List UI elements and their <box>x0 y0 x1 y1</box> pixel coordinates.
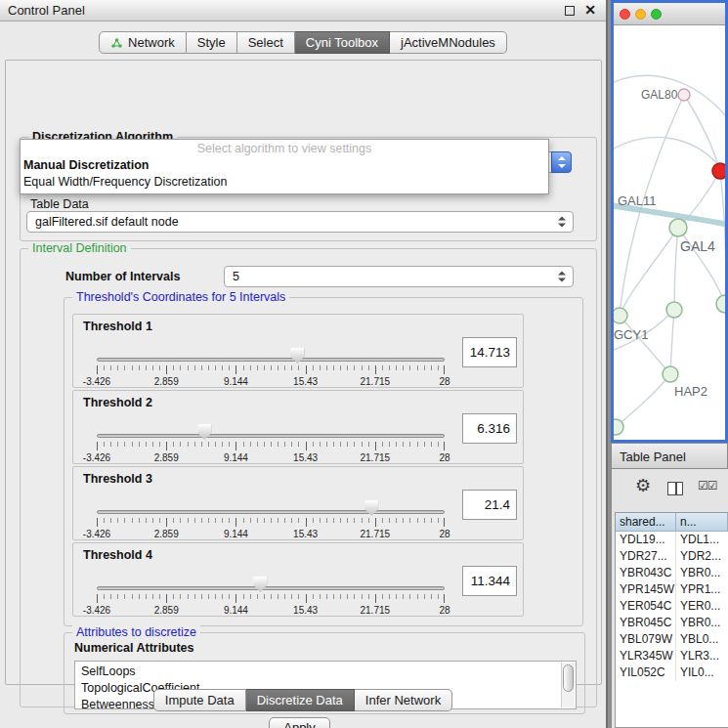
table-cell: YPR1... <box>676 581 728 598</box>
network-edge[interactable] <box>720 171 725 304</box>
table-header-row: shared... n... <box>616 513 728 532</box>
table-row[interactable]: YPR145WYPR1... <box>616 581 728 598</box>
dropdown-option-equal-width[interactable]: Equal Width/Frequency Discretization <box>21 174 548 191</box>
network-edge[interactable] <box>670 310 674 374</box>
slider-track[interactable] <box>97 358 445 362</box>
tick-label: 9.144 <box>224 605 248 616</box>
slider-tick-labels: -3.4262.8599.14415.4321.71528 <box>97 376 445 387</box>
slider-track[interactable] <box>97 510 445 514</box>
combobox-arrows-icon[interactable] <box>551 151 572 173</box>
number-of-intervals-combobox[interactable]: 5 <box>224 266 574 287</box>
network-node-label: HAP2 <box>674 384 707 399</box>
threshold-slider[interactable]: -3.4262.8599.14415.4321.71528 <box>97 543 445 618</box>
tick-label: -3.426 <box>83 452 110 463</box>
apply-button[interactable]: Apply <box>269 717 330 728</box>
slider-track[interactable] <box>97 586 445 590</box>
tab-select[interactable]: Select <box>237 31 295 54</box>
network-node[interactable] <box>678 89 690 101</box>
close-icon[interactable]: ✕ <box>584 2 596 18</box>
table-cell: YBR0... <box>676 615 728 631</box>
minimize-traffic-light-icon[interactable] <box>635 9 646 20</box>
scrollbar-thumb[interactable] <box>563 664 574 692</box>
table-row[interactable]: YER054CYER0... <box>616 598 728 615</box>
tab-cyni-toolbox[interactable]: Cyni Toolbox <box>295 31 390 54</box>
network-edge[interactable] <box>614 205 725 225</box>
network-node-label: GAL4 <box>680 238 715 254</box>
table-data-combobox[interactable]: galFiltered.sif default node <box>26 211 574 233</box>
slider-tick-labels: -3.4262.8599.14415.4321.71528 <box>97 452 445 463</box>
network-node[interactable] <box>666 302 682 318</box>
table-row[interactable]: YBR045CYBR0... <box>616 615 728 631</box>
tab-infer-network[interactable]: Infer Network <box>355 689 452 711</box>
column-header-shared-name[interactable]: shared... <box>616 513 676 532</box>
network-node[interactable] <box>716 295 725 313</box>
tab-style[interactable]: Style <box>187 31 237 54</box>
network-edge[interactable] <box>616 374 670 427</box>
tick-label: 9.144 <box>224 376 248 387</box>
float-window-icon[interactable] <box>565 6 575 16</box>
network-node[interactable] <box>663 366 678 382</box>
column-header-name[interactable]: n... <box>676 513 728 532</box>
threshold-slider[interactable]: -3.4262.8599.14415.4321.71528 <box>97 391 445 465</box>
network-icon <box>110 37 123 49</box>
table-row[interactable]: YBL079WYBL0... <box>616 631 728 648</box>
close-traffic-light-icon[interactable] <box>620 9 630 20</box>
checkboxes-icon[interactable]: ☑☑ <box>698 479 717 492</box>
network-node[interactable] <box>669 219 687 236</box>
network-node[interactable] <box>614 419 623 435</box>
spinner-arrows-icon <box>558 272 566 282</box>
network-node[interactable] <box>712 163 725 179</box>
table-panel-toolbar: ⚙ ☑☑ <box>612 469 728 510</box>
tick-label: 2.859 <box>154 376 179 387</box>
threshold-value-field[interactable]: 6.316 <box>462 413 517 444</box>
table-row[interactable]: YLR345WYLR3... <box>616 648 728 664</box>
table-data-value: galFiltered.sif default node <box>35 215 179 229</box>
table-row[interactable]: YDR27...YDR2... <box>616 548 728 565</box>
table-cell: YDL1... <box>676 532 728 548</box>
table-cell: YBL079W <box>616 631 676 648</box>
table-row[interactable]: YDL19...YDL1... <box>616 532 728 548</box>
table-cell: YDR27... <box>616 548 676 565</box>
network-edge[interactable] <box>614 137 725 174</box>
network-edge[interactable] <box>620 316 670 374</box>
threshold-value-field[interactable]: 14.713 <box>462 337 517 367</box>
tick-label: -3.426 <box>83 529 110 539</box>
tick-label: 28 <box>439 529 450 539</box>
table-cell: YBL0... <box>676 631 728 648</box>
network-view-window: GAL80GAL11GAL4GCY1HAP2 <box>611 0 728 443</box>
threshold-slider[interactable]: -3.4262.8599.14415.4321.71528 <box>97 315 445 389</box>
dropdown-option-manual-discretization[interactable]: Manual Discretization <box>21 157 548 174</box>
threshold-value-field[interactable]: 21.4 <box>462 490 517 520</box>
network-edge[interactable] <box>674 228 678 310</box>
threshold-3-row: Threshold 3 -3.4262.8599.14415.4321.7152… <box>72 466 524 540</box>
network-edge[interactable] <box>620 228 678 316</box>
algorithm-dropdown-popup: Select algorithm to view settings Manual… <box>20 139 549 194</box>
table-cell: YBR0... <box>676 565 728 581</box>
zoom-traffic-light-icon[interactable] <box>651 9 662 20</box>
threshold-slider[interactable]: -3.4262.8599.14415.4321.71528 <box>97 467 445 541</box>
threshold-value-field[interactable]: 11.344 <box>462 566 517 596</box>
gear-icon[interactable]: ⚙ <box>635 475 651 496</box>
number-of-intervals-label: Number of Intervals <box>65 270 180 283</box>
tab-network[interactable]: Network <box>99 31 187 54</box>
tick-label: 9.144 <box>224 452 248 463</box>
tab-discretize-data[interactable]: Discretize Data <box>246 689 355 711</box>
columns-icon[interactable] <box>667 482 683 495</box>
tab-jactivemodules[interactable]: jActiveMNodules <box>390 31 507 54</box>
table-row[interactable]: YBR043CYBR0... <box>616 565 728 581</box>
network-edge[interactable] <box>684 95 720 171</box>
node-table-body: YDL19...YDL1...YDR27...YDR2...YBR043CYBR… <box>616 532 728 681</box>
table-cell: YIL0... <box>676 664 728 681</box>
table-row[interactable]: YIL052CYIL0... <box>616 664 728 681</box>
cyni-toolbox-panel: Discretization Algorithm Table Data galF… <box>5 60 602 685</box>
control-panel-window: Control Panel ✕ Network Style Select Cyn… <box>0 0 608 728</box>
interval-definition-group: Interval Definition Number of Intervals … <box>20 248 597 707</box>
network-canvas[interactable]: GAL80GAL11GAL4GCY1HAP2 <box>614 25 725 440</box>
network-node[interactable] <box>614 308 627 323</box>
slider-track[interactable] <box>97 434 445 438</box>
list-item[interactable]: SelfLoops <box>75 664 576 680</box>
table-cell: YER0... <box>676 598 728 615</box>
tick-label: 2.859 <box>154 529 179 539</box>
tab-impute-data[interactable]: Impute Data <box>153 689 246 711</box>
tab-style-label: Style <box>197 35 226 50</box>
